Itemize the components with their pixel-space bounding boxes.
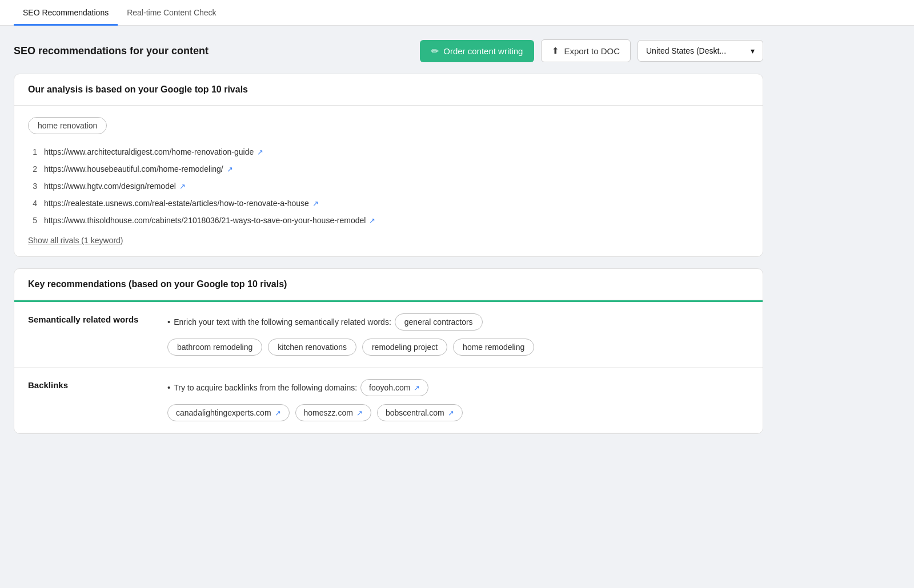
external-link-icon-1: ↗︎ — [257, 148, 263, 156]
backlinks-label: Backlinks — [28, 379, 154, 390]
url-num-1: 1 — [28, 147, 37, 156]
url-text-3: https://www.hgtv.com/design/remodel — [44, 182, 176, 191]
chip-homeszz: homeszz.com ↗︎ — [295, 404, 371, 421]
external-link-icon-fooyoh: ↗︎ — [414, 384, 420, 392]
backlinks-row: Backlinks • Try to acquire backlinks fro… — [14, 368, 763, 433]
bullet-icon-backlinks: • — [167, 382, 170, 392]
url-text-2: https://www.housebeautiful.com/home-remo… — [44, 164, 223, 174]
backlinks-chips-row: canadalightingexperts.com ↗︎ homeszz.com… — [167, 404, 749, 421]
bobscentral-text: bobscentral.com — [386, 408, 444, 417]
semantically-related-section: Semantically related words • Enrich your… — [14, 300, 763, 368]
semantically-related-row: Semantically related words • Enrich your… — [14, 302, 763, 368]
rivals-card-body: home renovation 1 https://www.architectu… — [14, 106, 763, 256]
url-num-3: 3 — [28, 182, 37, 191]
semantically-chips-row: bathroom remodeling kitchen renovations … — [167, 339, 749, 356]
chip-general-contractors: general contractors — [395, 313, 483, 331]
chevron-down-icon: ▾ — [751, 46, 755, 55]
url-list-item: 4 https://realestate.usnews.com/real-est… — [28, 195, 749, 212]
url-list-item: 5 https://www.thisoldhouse.com/cabinets/… — [28, 212, 749, 229]
external-link-icon-homeszz: ↗︎ — [356, 409, 363, 417]
url-list-item: 1 https://www.architecturaldigest.com/ho… — [28, 143, 749, 160]
url-text-4: https://realestate.usnews.com/real-estat… — [44, 199, 309, 208]
backlinks-bullet-text: Try to acquire backlinks from the follow… — [174, 383, 357, 392]
fooyoh-text: fooyoh.com — [369, 383, 410, 392]
rivals-card: Our analysis is based on your Google top… — [14, 74, 763, 257]
chip-kitchen-renovations: kitchen renovations — [268, 339, 356, 356]
tabs-bar: SEO Recommendations Real-time Content Ch… — [0, 0, 914, 26]
chip-bobscentral: bobscentral.com ↗︎ — [377, 404, 463, 421]
key-recommendations-title: Key recommendations (based on your Googl… — [14, 269, 763, 300]
order-content-writing-button[interactable]: ✏ Order content writing — [420, 40, 534, 62]
show-all-rivals-link[interactable]: Show all rivals (1 keyword) — [28, 236, 123, 245]
homeszz-text: homeszz.com — [304, 408, 353, 417]
semantically-related-bullet-text: Enrich your text with the following sema… — [174, 317, 391, 327]
url-link-1[interactable]: https://www.architecturaldigest.com/home… — [44, 147, 263, 156]
external-link-icon-5: ↗︎ — [369, 216, 375, 225]
key-recommendations-card: Key recommendations (based on your Googl… — [14, 268, 763, 434]
url-link-4[interactable]: https://realestate.usnews.com/real-estat… — [44, 199, 319, 208]
export-to-doc-button[interactable]: ⬆ Export to DOC — [541, 39, 631, 62]
backlinks-content: • Try to acquire backlinks from the foll… — [167, 379, 749, 421]
url-link-5[interactable]: https://www.thisoldhouse.com/cabinets/21… — [44, 216, 375, 225]
chip-fooyoh: fooyoh.com ↗︎ — [360, 379, 428, 396]
semantically-related-bullet: • Enrich your text with the following se… — [167, 313, 749, 331]
semantically-related-content: • Enrich your text with the following se… — [167, 313, 749, 356]
semantically-related-label: Semantically related words — [28, 313, 154, 324]
region-value: United States (Deskt... — [646, 46, 726, 55]
external-link-icon-bobscentral: ↗︎ — [448, 409, 454, 417]
tab-realtime-content-check[interactable]: Real-time Content Check — [118, 0, 225, 26]
order-button-label: Order content writing — [443, 46, 523, 56]
external-link-icon-4: ↗︎ — [312, 199, 319, 208]
keyword-chip: home renovation — [28, 117, 107, 134]
main-content: SEO recommendations for your content ✏ O… — [0, 26, 777, 459]
region-select[interactable]: United States (Deskt... ▾ — [638, 40, 763, 62]
url-link-2[interactable]: https://www.housebeautiful.com/home-remo… — [44, 164, 233, 174]
url-list: 1 https://www.architecturaldigest.com/ho… — [28, 143, 749, 229]
bullet-icon: • — [167, 317, 170, 327]
url-text-5: https://www.thisoldhouse.com/cabinets/21… — [44, 216, 366, 225]
header-row: SEO recommendations for your content ✏ O… — [14, 39, 763, 62]
chip-bathroom-remodeling: bathroom remodeling — [167, 339, 262, 356]
external-link-icon-2: ↗︎ — [227, 165, 233, 174]
external-link-icon-3: ↗︎ — [179, 182, 186, 191]
backlinks-bullet: • Try to acquire backlinks from the foll… — [167, 379, 749, 396]
chip-home-remodeling: home remodeling — [453, 339, 534, 356]
chip-canadalighting: canadalightingexperts.com ↗︎ — [167, 404, 290, 421]
url-link-3[interactable]: https://www.hgtv.com/design/remodel ↗︎ — [44, 182, 186, 191]
url-num-5: 5 — [28, 216, 37, 225]
tab-seo-recommendations[interactable]: SEO Recommendations — [14, 0, 118, 26]
page-title: SEO recommendations for your content — [14, 45, 413, 57]
order-icon: ✏ — [431, 46, 439, 57]
rivals-card-title: Our analysis is based on your Google top… — [14, 74, 763, 106]
chip-remodeling-project: remodeling project — [362, 339, 447, 356]
export-icon: ⬆ — [552, 46, 559, 56]
url-list-item: 3 https://www.hgtv.com/design/remodel ↗︎ — [28, 178, 749, 195]
export-button-label: Export to DOC — [564, 46, 620, 56]
url-text-1: https://www.architecturaldigest.com/home… — [44, 147, 254, 156]
external-link-icon-canadalighting: ↗︎ — [275, 409, 281, 417]
url-list-item: 2 https://www.housebeautiful.com/home-re… — [28, 160, 749, 178]
url-num-2: 2 — [28, 164, 37, 174]
canadalighting-text: canadalightingexperts.com — [176, 408, 271, 417]
url-num-4: 4 — [28, 199, 37, 208]
